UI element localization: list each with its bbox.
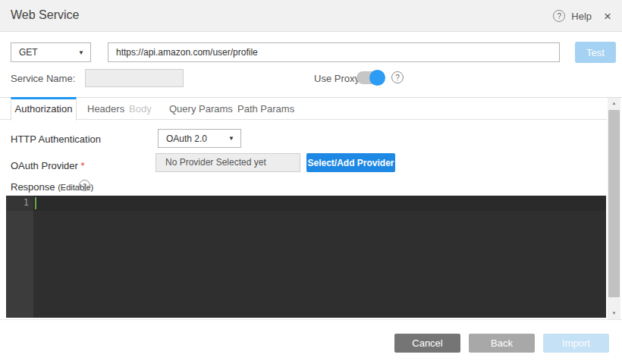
use-proxy-label: Use Proxy: xyxy=(314,73,363,84)
response-label-text: Response xyxy=(11,181,58,193)
response-help-icon[interactable]: ? xyxy=(79,180,90,191)
scrollbar-thumb[interactable] xyxy=(608,110,620,297)
tab-strip: Headers Body Query Params Path Params xyxy=(0,98,607,120)
close-icon[interactable]: × xyxy=(604,10,611,23)
oauth-provider-field: No Provider Selected yet xyxy=(156,153,300,172)
service-name-label: Service Name: xyxy=(11,73,75,84)
http-authentication-value: OAuth 2.0 xyxy=(166,133,207,144)
scroll-up-icon[interactable]: ▲ xyxy=(608,98,620,109)
help-icon[interactable]: ? xyxy=(553,10,565,22)
http-authentication-label: HTTP Authentication xyxy=(11,133,101,145)
editor-line-number: 1 xyxy=(6,197,29,208)
vertical-scrollbar[interactable]: ▲ ▼ xyxy=(608,98,620,319)
scroll-down-icon[interactable]: ▼ xyxy=(608,308,620,319)
tab-path-params[interactable]: Path Params xyxy=(237,98,294,120)
http-authentication-select[interactable]: OAuth 2.0 ▼ xyxy=(158,129,241,148)
http-method-select[interactable]: GET ▼ xyxy=(11,42,91,62)
editor-cursor xyxy=(35,197,36,209)
help-link[interactable]: Help xyxy=(571,11,592,22)
tab-authorization[interactable]: Authorization xyxy=(11,97,77,121)
back-button[interactable]: Back xyxy=(469,334,535,353)
oauth-provider-label: OAuth Provider * xyxy=(11,160,85,171)
toggle-knob xyxy=(369,70,385,86)
select-add-provider-button[interactable]: Select/Add Provider xyxy=(306,153,395,172)
url-input[interactable] xyxy=(108,42,560,62)
oauth-provider-label-text: OAuth Provider xyxy=(11,160,81,171)
web-service-dialog: Web Service ? Help × GET ▼ Test Service … xyxy=(0,0,622,364)
use-proxy-toggle[interactable] xyxy=(357,71,384,84)
http-method-value: GET xyxy=(19,47,38,58)
dialog-header: Web Service ? Help × xyxy=(0,0,622,32)
page-title: Web Service xyxy=(11,8,79,22)
tab-body: Body xyxy=(129,98,152,120)
service-name-input[interactable] xyxy=(85,69,184,87)
cancel-button[interactable]: Cancel xyxy=(394,334,460,353)
editor-gutter xyxy=(6,196,33,318)
chevron-down-icon: ▼ xyxy=(78,49,84,56)
response-code-editor[interactable]: 1 xyxy=(6,196,606,318)
editor-active-line xyxy=(6,196,606,211)
required-marker: * xyxy=(81,160,85,171)
header-actions: ? Help × xyxy=(553,0,611,32)
chevron-down-icon: ▼ xyxy=(228,135,234,142)
test-button[interactable]: Test xyxy=(575,42,616,63)
tab-query-params[interactable]: Query Params xyxy=(169,98,233,120)
tab-headers[interactable]: Headers xyxy=(87,98,124,120)
import-button[interactable]: Import xyxy=(543,334,609,353)
proxy-help-icon[interactable]: ? xyxy=(391,71,404,83)
